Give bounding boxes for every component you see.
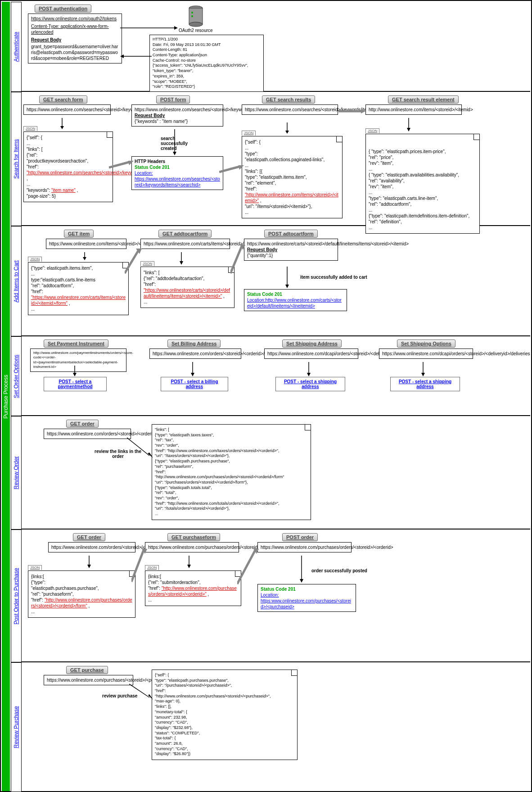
post-payment[interactable]: POST - select a paymentmethod <box>44 377 107 391</box>
post-form-box: https://www.onlinestore.com/searches/<st… <box>131 104 223 127</box>
svg-marker-12 <box>128 161 134 165</box>
svg-line-25 <box>125 251 138 273</box>
btn-post-auth[interactable]: POST authentication <box>35 5 91 13</box>
btn-get-order[interactable]: GET order <box>66 420 99 428</box>
arrow <box>338 109 365 113</box>
svg-marker-28 <box>180 261 183 265</box>
arrow <box>129 682 154 702</box>
svg-marker-8 <box>120 54 124 58</box>
arrow <box>230 244 246 276</box>
post-order-response: Status Code 201 Location: https:www.onli… <box>257 584 356 612</box>
arrow <box>306 362 311 376</box>
svg-point-3 <box>191 12 193 14</box>
arrow <box>190 362 195 376</box>
svg-point-4 <box>191 15 193 17</box>
search-element-json: JSON { "type": "elasticpath.prices.item-… <box>365 134 480 234</box>
svg-line-53 <box>129 684 149 697</box>
svg-marker-32 <box>285 285 289 288</box>
search-form-json: JSON {"self": { ... "links": [ {"rel": "… <box>23 131 113 202</box>
post-cart-box: https://www.onlinestore/carts/<storeid>/… <box>244 239 338 261</box>
svg-marker-18 <box>285 131 289 134</box>
set-payment-url: http://www.onlinestore.com/paymentinstru… <box>30 348 126 372</box>
addtocartform-json: JSON "links": [ {"rel": "addtodefaultcar… <box>140 267 234 308</box>
btn-get-search-form[interactable]: GET search form <box>39 95 87 104</box>
btn-post-adtocartform[interactable]: POST adtocartform <box>264 230 318 238</box>
btn-set-billing[interactable]: Set Billing Address <box>167 339 221 348</box>
arrow <box>420 362 426 376</box>
arrow <box>237 548 260 586</box>
btn-get-addtocartform[interactable]: GET addtocartform <box>158 230 212 238</box>
svg-marker-10 <box>60 126 64 129</box>
arrow <box>72 366 77 376</box>
svg-line-49 <box>237 550 255 584</box>
svg-marker-22 <box>407 128 410 131</box>
svg-line-41 <box>127 438 149 456</box>
review-purchase-json: {"self": { "type": "elasticpath.purchase… <box>152 670 298 760</box>
addtocartform-url: https://www.onlinestore.com/carts/items/… <box>140 239 230 249</box>
review-order-json: "links": [ {"type": "elasticpath.taxes.t… <box>152 424 311 520</box>
set-billing-url: https://www.onlinestore.com/orders/<stor… <box>149 348 241 359</box>
btn-get-purchaseform[interactable]: GET purchaseform <box>167 533 220 541</box>
msg-search-created: search successfully created <box>161 136 197 151</box>
auth-request: https://www.onlinestore.com/oauth2/token… <box>28 14 122 63</box>
arrow <box>127 435 154 460</box>
get-item-url: https://www.onlinestore.com/items/<store… <box>46 239 126 249</box>
get-item-json: JSON {"type": elasticpath.items.item", .… <box>28 262 129 315</box>
svg-marker-44 <box>87 565 91 568</box>
purchaseform-url: https://www.onlinestore.com/purchases/or… <box>145 542 239 552</box>
arrow <box>82 252 87 260</box>
tab-search[interactable]: Search for Items <box>13 139 19 179</box>
tab-review-purchase[interactable]: Review Purchase <box>13 706 19 748</box>
btn-get-item[interactable]: GET item <box>64 230 94 238</box>
arrow <box>59 118 65 129</box>
svg-line-45 <box>131 550 144 582</box>
set-shipopts-url: https://www.onlinestore.com/dcapi/orders… <box>379 348 473 359</box>
cart-response: Status Code 201 Location:http://www.onli… <box>244 289 347 311</box>
svg-marker-48 <box>187 565 191 568</box>
post-order-json: JSON {links:[ {"type": "elasticpath.purc… <box>28 570 135 618</box>
tab-post-order[interactable]: Post Order to Purchase <box>13 568 19 624</box>
arrow <box>179 252 184 265</box>
arrow <box>86 556 92 568</box>
review-purchase-url: https://www.onlinestore.com/purchases/<s… <box>44 675 133 685</box>
btn-get-search-results[interactable]: GET search results <box>262 95 315 104</box>
svg-marker-20 <box>361 109 365 113</box>
svg-marker-16 <box>238 165 244 170</box>
btn-post-order[interactable]: POST order <box>282 533 318 541</box>
search-element-url: http://www.onlinestore.com/items/<storei… <box>365 104 462 115</box>
btn-set-payment[interactable]: Set Payment Instrument <box>44 339 108 348</box>
btn-set-shipping-opts[interactable]: Set Shipping Options <box>397 339 455 348</box>
arrow <box>131 548 147 584</box>
svg-point-2 <box>189 22 203 27</box>
tab-options[interactable]: Set Order Options <box>13 354 19 398</box>
arrow <box>125 249 143 276</box>
post-shipping-opts[interactable]: POST - select a shipping address <box>390 377 460 391</box>
btn-get-search-element[interactable]: GET search result element <box>388 95 459 104</box>
btn-get-order-2[interactable]: GET order <box>73 533 105 541</box>
tab-authenticate[interactable]: Authenticate <box>13 32 19 62</box>
svg-line-11 <box>109 162 129 167</box>
svg-marker-52 <box>300 579 303 583</box>
svg-marker-38 <box>307 373 311 376</box>
post-billing[interactable]: POST - select a billing address <box>161 377 228 391</box>
svg-line-15 <box>219 167 239 172</box>
arrow <box>284 267 290 288</box>
set-shipping-url: https://www.onlinestore.com/dcapi/orders… <box>264 348 358 359</box>
tab-review-order[interactable]: Review Order <box>13 456 19 489</box>
process-sidebar: Purchase Process <box>2 2 10 791</box>
post-shipping-addr[interactable]: POST - select a shipping address <box>275 377 345 391</box>
purchaseform-json: JSON {links:[ {"rel": "submitorderaction… <box>145 570 241 606</box>
auth-response: HTTP/1.1/200 Date: Fri, 09 May 2013 16:0… <box>149 35 264 92</box>
btn-set-shipping-addr[interactable]: Set Shipping Address <box>282 339 342 348</box>
tab-cart[interactable]: Add Items to Cart <box>13 260 19 302</box>
svg-marker-14 <box>173 152 176 155</box>
msg-order-posted: order successfully posted <box>311 568 367 573</box>
btn-post-form[interactable]: POST form <box>156 95 190 104</box>
arrow <box>406 118 411 131</box>
svg-line-29 <box>230 246 242 273</box>
arrow <box>219 165 244 174</box>
arrow <box>172 129 177 155</box>
msg-item-added: item successfully added to cart <box>300 275 367 280</box>
btn-get-purchase[interactable]: GET purchase <box>66 666 108 674</box>
arrow <box>299 556 304 583</box>
